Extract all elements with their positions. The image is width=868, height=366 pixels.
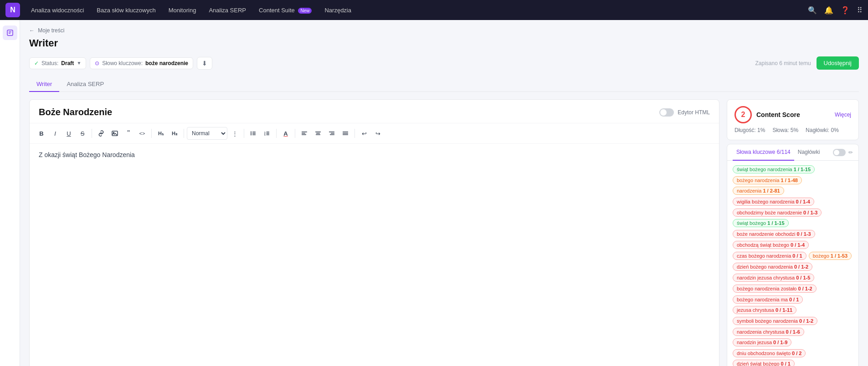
kw-tag-wigilia[interactable]: wigilia bożego narodzenia 0 / 1-4 bbox=[733, 198, 814, 206]
kw-tag-dniu-obchodzono[interactable]: dniu obchodzono święto 0 / 2 bbox=[733, 349, 806, 357]
kw-tag-narodzenia[interactable]: narodzenia 1 / 2-81 bbox=[733, 187, 784, 195]
editor-panel: Boże Narodzenie Edytor HTML B I U S bbox=[29, 99, 719, 366]
left-sidebar bbox=[0, 20, 20, 366]
h1-button[interactable]: H₁ bbox=[154, 127, 167, 140]
nav-narzedzia[interactable]: Narzędzia bbox=[319, 4, 357, 16]
score-stat-length: Długość: 1% bbox=[734, 127, 765, 133]
kw-tab-keywords[interactable]: Słowa kluczowe 6/114 bbox=[733, 144, 794, 161]
share-button[interactable]: Udostępnij bbox=[817, 56, 859, 70]
saved-text: Zapisano 6 minut temu bbox=[755, 60, 811, 66]
redo-button[interactable]: ↪ bbox=[371, 127, 384, 140]
nav-analiza-widocznosci[interactable]: Analiza widoczności bbox=[26, 4, 89, 16]
align-right-button[interactable] bbox=[325, 127, 338, 140]
kw-tabs: Słowa kluczowe 6/114 Nagłówki ✏ bbox=[727, 144, 858, 161]
kw-tag-czas-bozego[interactable]: czas bożego narodzenia 0 / 1 bbox=[733, 252, 806, 260]
svg-rect-20 bbox=[315, 132, 321, 132]
kw-row: bożego narodzenia ma 0 / 1 jezusa chryst… bbox=[733, 295, 853, 314]
kw-tag-narodzenia-chrystusa[interactable]: narodzenia chrystusa 0 / 1-6 bbox=[733, 328, 804, 336]
kw-tag-bozego-ma[interactable]: bożego narodzenia ma 0 / 1 bbox=[733, 295, 803, 304]
svg-point-5 bbox=[251, 132, 252, 132]
html-toggle-switch[interactable] bbox=[659, 108, 674, 117]
code-button[interactable]: <> bbox=[136, 127, 149, 140]
link-button[interactable] bbox=[95, 127, 108, 140]
tab-writer[interactable]: Writer bbox=[29, 77, 59, 92]
editor-body[interactable]: Z okazji świąt Bożego Narodzenia bbox=[30, 144, 719, 366]
sidebar-writer-icon[interactable] bbox=[3, 25, 17, 40]
breadcrumb[interactable]: ← Moje treści bbox=[29, 27, 859, 34]
kw-row: boże narodzenie obchodzi 0 / 1-3 bbox=[733, 230, 853, 238]
keywords-list: świąt bożego narodzenia 1 / 1-15 bożego … bbox=[727, 161, 858, 366]
keyword-badge[interactable]: ⊙ Słowo kluczowe: boże narodzenie bbox=[90, 57, 193, 69]
help-icon[interactable]: ❓ bbox=[841, 6, 850, 15]
kw-tag-obchodzimy[interactable]: obchodzimy boże narodzenie 0 / 1-3 bbox=[733, 208, 822, 217]
kw-tag-symboli[interactable]: symboli bożego narodzenia 0 / 1-2 bbox=[733, 317, 817, 325]
nav-baza-slow[interactable]: Baza słów kluczowych bbox=[91, 4, 161, 16]
nav-content-suite[interactable]: Content Suite New bbox=[253, 4, 317, 16]
ordered-list-button[interactable]: 1. 2. 3. bbox=[261, 127, 273, 140]
status-badge[interactable]: ✓ Status: Draft ▼ bbox=[29, 57, 86, 69]
edit-icon[interactable]: ✏ bbox=[848, 149, 853, 156]
kw-tag-jezusa-chrystusa[interactable]: jezusa chrystusa 0 / 1-11 bbox=[733, 306, 796, 314]
grid-icon[interactable]: ⠿ bbox=[857, 6, 863, 15]
toolbar-right: Zapisano 6 minut temu Udostępnij bbox=[755, 56, 859, 70]
score-more-link[interactable]: Więcej bbox=[835, 112, 851, 118]
svg-rect-27 bbox=[343, 133, 348, 134]
align-left-button[interactable] bbox=[298, 127, 311, 140]
kw-tab-headings[interactable]: Nagłówki bbox=[794, 144, 824, 161]
underline-button[interactable]: U bbox=[62, 127, 75, 140]
search-icon[interactable]: 🔍 bbox=[808, 6, 817, 15]
kw-row: czas bożego narodzenia 0 / 1 bożego 1 / … bbox=[733, 252, 853, 260]
text-color-button[interactable]: A bbox=[279, 127, 292, 140]
download-button[interactable]: ⬇ bbox=[197, 57, 212, 70]
kw-tag-narodzin-jezusa[interactable]: narodzin jezusa chrystusa 0 / 1-5 bbox=[733, 274, 814, 282]
app-layout: ← Moje treści Writer ✓ Status: Draft ▼ ⊙… bbox=[0, 20, 868, 366]
new-badge: New bbox=[298, 8, 312, 14]
main-content: ← Moje treści Writer ✓ Status: Draft ▼ ⊙… bbox=[20, 20, 868, 366]
kw-toggle-switch[interactable] bbox=[833, 149, 846, 156]
kw-tag-bozego-single[interactable]: bożego 1 / 1-53 bbox=[809, 252, 852, 260]
kw-tag-narodzin-jezusa2[interactable]: narodzin jezusa 0 / 1-9 bbox=[733, 338, 791, 346]
kw-tag-bozego-zostalo[interactable]: bożego narodzenia zostało 0 / 1-2 bbox=[733, 285, 817, 293]
kw-tag-dzien-bozego[interactable]: dzień bożego narodzenia 0 / 1-2 bbox=[733, 263, 812, 271]
kw-row: obchodzimy boże narodzenie 0 / 1-3 świąt… bbox=[733, 208, 853, 227]
more-options-button[interactable]: ⋮ bbox=[228, 127, 241, 140]
kw-row: narodzin jezusa chrystusa 0 / 1-5 bbox=[733, 274, 853, 282]
kw-row: symboli bożego narodzenia 0 / 1-2 bbox=[733, 317, 853, 325]
kw-tag-bozego-narodzenia[interactable]: bożego narodzenia 1 / 1-48 bbox=[733, 176, 802, 184]
quote-button[interactable]: " bbox=[122, 127, 135, 140]
italic-button[interactable]: I bbox=[49, 127, 62, 140]
svg-point-6 bbox=[251, 133, 252, 134]
svg-rect-9 bbox=[252, 133, 256, 133]
html-toggle-label: Edytor HTML bbox=[678, 109, 710, 116]
h2-button[interactable]: H₂ bbox=[168, 127, 181, 140]
kw-tag-swiat-bozego[interactable]: świąt bożego 1 / 1-15 bbox=[733, 219, 789, 227]
bold-button[interactable]: B bbox=[35, 127, 48, 140]
kw-row: wigilia bożego narodzenia 0 / 1-4 bbox=[733, 198, 853, 206]
bullet-list-button[interactable] bbox=[247, 127, 260, 140]
keyword-icon: ⊙ bbox=[95, 60, 99, 66]
score-left: 2 Content Score bbox=[734, 106, 800, 123]
svg-rect-18 bbox=[302, 133, 305, 134]
kw-tag-boze-narodzenie-obchodzi[interactable]: boże narodzenie obchodzi 0 / 1-3 bbox=[733, 230, 815, 238]
strikethrough-button[interactable]: S bbox=[76, 127, 89, 140]
nav-monitoring[interactable]: Monitoring bbox=[163, 4, 202, 16]
svg-rect-16 bbox=[267, 134, 270, 135]
kw-tag-dzien-swiat-bozego[interactable]: dzień świąt bożego 0 / 1 bbox=[733, 360, 795, 366]
svg-rect-22 bbox=[316, 134, 320, 135]
tab-analiza-serp[interactable]: Analiza SERP bbox=[59, 77, 111, 92]
nav-analiza-serp[interactable]: Analiza SERP bbox=[203, 4, 252, 16]
align-center-button[interactable] bbox=[312, 127, 324, 140]
image-button[interactable] bbox=[108, 127, 121, 140]
align-justify-button[interactable] bbox=[339, 127, 352, 140]
kw-tag-swiat-bozego-narodzenia[interactable]: świąt bożego narodzenia 1 / 1-15 bbox=[733, 165, 815, 173]
toolbar: ✓ Status: Draft ▼ ⊙ Słowo kluczowe: boże… bbox=[29, 56, 859, 70]
undo-button[interactable]: ↩ bbox=[358, 127, 370, 140]
kw-tag-obchodza-swiat[interactable]: obchodzą świąt bożego 0 / 1-4 bbox=[733, 241, 809, 249]
svg-rect-15 bbox=[267, 133, 270, 133]
toolbar-separator-6 bbox=[295, 129, 295, 138]
format-select[interactable]: Normal Heading 1 Heading 2 Heading 3 bbox=[187, 127, 227, 140]
bell-icon[interactable]: 🔔 bbox=[824, 6, 833, 15]
svg-rect-8 bbox=[252, 132, 256, 132]
kw-row: dniu obchodzono święto 0 / 2 dzień świąt… bbox=[733, 349, 853, 366]
page-title: Writer bbox=[29, 37, 859, 49]
